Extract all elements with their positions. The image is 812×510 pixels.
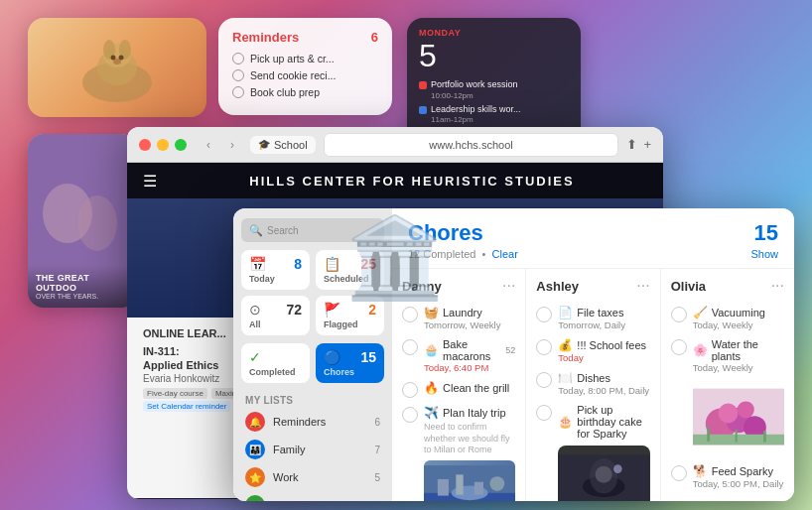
forward-button[interactable]: ›	[222, 135, 242, 155]
svg-rect-29	[693, 435, 784, 446]
chores-label: Chores	[324, 367, 376, 377]
list-item-groceries[interactable]: 🛒 Groceries 11	[233, 491, 392, 501]
list-icon-work: ⭐	[245, 467, 265, 487]
cal-dot-2	[419, 106, 427, 114]
task-note-italy: Need to confirm whether we should fly to…	[424, 422, 515, 456]
danny-more-icon[interactable]: ···	[502, 277, 515, 295]
cal-event-text-1: Portfolio work session	[431, 79, 518, 91]
chores-count: 15	[360, 349, 376, 365]
task-text-macarons: Bake macarons	[443, 338, 501, 362]
clear-link[interactable]: Clear	[492, 248, 518, 260]
task-columns: Danny ··· 🧺Laundry Tomorrow, Weekly	[392, 269, 794, 501]
task-circle-cake[interactable]	[536, 405, 552, 421]
share-button[interactable]: ⬆	[626, 137, 637, 152]
task-circle-taxes[interactable]	[536, 307, 552, 322]
search-placeholder: Search	[267, 225, 299, 236]
task-count-macarons: 52	[505, 345, 515, 355]
new-tab-button[interactable]: +	[643, 137, 651, 152]
completed-label: Completed	[249, 367, 302, 377]
school-title: HILLS CENTER FOR HEURISTIC STUDIES	[177, 174, 647, 189]
task-emoji-plants: 🌸	[693, 343, 708, 357]
widget-photo: THE GREAT OUTDOO OVER THE YEARS.	[28, 134, 137, 308]
completed-icon: ✓	[249, 349, 261, 365]
task-circle-grill[interactable]	[402, 382, 418, 398]
task-text-schoolfees: !!! School fees	[577, 339, 646, 351]
reminder-text-1: Pick up arts & cr...	[250, 53, 335, 64]
task-italy: ✈️Plan Italy trip Need to confirm whethe…	[402, 403, 515, 501]
reminders-main: Chores 15 12 Completed • Clear Show Dann…	[392, 208, 794, 501]
task-vacuuming: 🧹Vacuuming Today, Weekly	[671, 303, 784, 333]
reminder-text-2: Send cookie reci...	[250, 69, 336, 81]
task-sub-vacuuming: Today, Weekly	[693, 319, 784, 330]
reminder-circle-2	[232, 69, 244, 81]
task-text-sparky: Feed Sparky	[712, 465, 773, 477]
smart-card-chores[interactable]: 🔵 15 Chores	[316, 343, 384, 383]
minimize-button[interactable]	[157, 139, 169, 151]
task-macarons: 🧁 Bake macarons 52 Today, 6:40 PM	[402, 335, 515, 376]
task-cake: 🎂Pick up birthday cake for Sparky	[536, 401, 649, 501]
olivia-more-icon[interactable]: ···	[771, 277, 784, 295]
list-item-family[interactable]: 👨‍👩‍👧 Family 7	[233, 436, 392, 463]
list-name-reminders: Reminders	[273, 416, 366, 428]
task-sub-dishes: Today, 8:00 PM, Daily	[558, 385, 649, 396]
task-text-grill: Clean the grill	[443, 382, 509, 394]
browser-tab[interactable]: 🎓 School	[250, 136, 316, 154]
ashley-more-icon[interactable]: ···	[636, 277, 649, 295]
tag-calendar[interactable]: Set Calendar reminder	[143, 401, 230, 412]
traffic-lights	[139, 139, 187, 151]
today-icon: 📅	[249, 256, 266, 272]
hamburger-icon[interactable]: ☰	[143, 172, 157, 191]
smart-card-completed[interactable]: ✓ Completed	[241, 343, 310, 383]
task-emoji-macarons: 🧁	[424, 343, 439, 357]
task-emoji-dishes: 🍽️	[558, 371, 573, 385]
show-button[interactable]: Show	[750, 248, 778, 260]
maximize-button[interactable]	[175, 139, 187, 151]
browser-actions: ⬆ +	[626, 137, 651, 152]
task-circle-schoolfees[interactable]	[536, 339, 552, 355]
cal-event-time-1: 10:00-12pm	[431, 91, 518, 100]
task-emoji-taxes: 📄	[558, 306, 573, 319]
task-emoji-grill: 🔥	[424, 381, 439, 395]
task-circle-macarons[interactable]	[402, 339, 418, 355]
cal-day-number: 5	[419, 40, 569, 71]
cal-event-2: Leadership skills wor... 11am-12pm	[419, 104, 569, 125]
my-lists-header: My Lists	[233, 391, 392, 408]
all-label: All	[249, 319, 302, 329]
task-text-plants: Water the plants	[712, 338, 784, 362]
task-circle-vacuuming[interactable]	[671, 307, 687, 322]
list-count-groceries: 11	[369, 500, 380, 502]
photo-title: THE GREAT OUTDOO	[36, 273, 129, 293]
search-icon: 🔍	[249, 224, 263, 237]
task-text-taxes: File taxes	[577, 307, 623, 319]
task-sub-schoolfees: Today	[558, 352, 649, 363]
widget-dog	[28, 18, 206, 117]
task-text-dishes: Dishes	[577, 372, 610, 384]
statue-image: 🏛️	[345, 211, 445, 305]
smart-card-today[interactable]: 📅 8 Today	[241, 250, 310, 290]
smart-card-all[interactable]: ⊙ 72 All	[241, 296, 310, 335]
task-circle-italy[interactable]	[402, 407, 418, 423]
back-button[interactable]: ‹	[199, 135, 218, 155]
list-name-groceries: Groceries	[273, 499, 361, 501]
task-circle-laundry[interactable]	[402, 307, 418, 322]
task-text-cake: Pick up birthday cake for Sparky	[577, 404, 649, 440]
svg-rect-15	[456, 474, 463, 494]
task-sub-laundry: Tomorrow, Weekly	[424, 319, 515, 330]
reminders-widget-title: Reminders	[232, 30, 299, 45]
list-icon-family: 👨‍👩‍👧	[245, 440, 265, 459]
close-button[interactable]	[139, 139, 151, 151]
list-item-work[interactable]: ⭐ Work 5	[233, 463, 392, 491]
task-circle-dishes[interactable]	[536, 372, 552, 388]
svg-point-10	[77, 195, 117, 251]
list-count-family: 7	[374, 445, 380, 455]
task-circle-sparky[interactable]	[671, 465, 687, 481]
column-ashley: Ashley ··· 📄File taxes Tomorrow, Daily 💰…	[526, 269, 660, 501]
address-bar[interactable]: www.hchs.school	[324, 133, 619, 157]
scheduled-icon: 📋	[324, 256, 340, 272]
svg-rect-14	[438, 479, 449, 496]
list-item-reminders[interactable]: 🔔 Reminders 6	[233, 408, 392, 436]
chores-icon: 🔵	[324, 349, 340, 365]
all-count: 72	[286, 302, 302, 318]
reminder-item-1: Pick up arts & cr...	[232, 53, 378, 64]
task-circle-plants[interactable]	[671, 339, 687, 355]
